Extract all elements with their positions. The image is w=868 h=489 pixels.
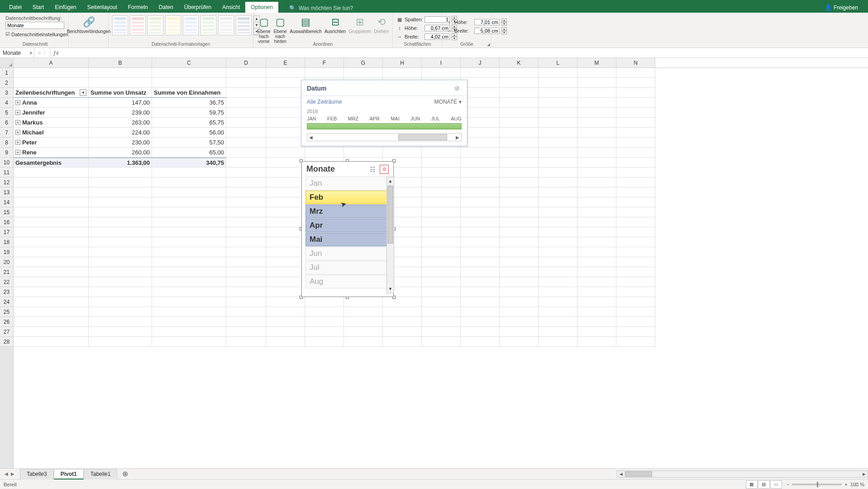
- bring-forward-button[interactable]: ▢Ebene nach vorne: [257, 15, 271, 44]
- cell[interactable]: [577, 88, 616, 98]
- cell[interactable]: [577, 148, 616, 158]
- slicer-width-spinner[interactable]: ▲▼: [501, 27, 507, 34]
- column-header-B[interactable]: B: [89, 58, 152, 67]
- cell[interactable]: [461, 287, 500, 297]
- cell[interactable]: [152, 78, 226, 88]
- cell[interactable]: [539, 158, 577, 168]
- cell[interactable]: [89, 227, 152, 237]
- cell[interactable]: [500, 217, 539, 227]
- cell[interactable]: [383, 317, 422, 327]
- expand-icon[interactable]: +: [15, 100, 20, 105]
- cell[interactable]: [14, 277, 89, 287]
- cell[interactable]: [577, 68, 616, 78]
- cell[interactable]: 1.363,00: [89, 158, 152, 168]
- slicer-item-jan[interactable]: Jan: [305, 177, 391, 190]
- cell[interactable]: [266, 197, 305, 207]
- cell[interactable]: 65,00: [152, 148, 226, 158]
- cell[interactable]: [500, 128, 539, 138]
- row-header-5[interactable]: 5: [0, 108, 13, 118]
- cell[interactable]: [89, 337, 152, 347]
- cell[interactable]: [539, 187, 577, 197]
- select-all-corner[interactable]: [0, 58, 13, 68]
- cell[interactable]: [152, 237, 226, 247]
- cell[interactable]: Zeilenbeschriftungen▾: [14, 88, 89, 98]
- cell[interactable]: [152, 287, 226, 297]
- row-header-3[interactable]: 3: [0, 88, 13, 98]
- cell[interactable]: [14, 297, 89, 307]
- cell[interactable]: [266, 267, 305, 277]
- cell[interactable]: Gesamtergebnis: [14, 158, 89, 168]
- cell[interactable]: [616, 227, 655, 237]
- cell[interactable]: [266, 148, 305, 158]
- row-header-27[interactable]: 27: [0, 327, 13, 337]
- cell[interactable]: [89, 168, 152, 177]
- cell[interactable]: [152, 207, 226, 217]
- cell[interactable]: [226, 88, 266, 98]
- cell[interactable]: [152, 247, 226, 257]
- cell[interactable]: 147,00: [89, 98, 152, 108]
- cell[interactable]: [461, 168, 500, 177]
- cell[interactable]: [616, 168, 655, 177]
- page-break-view-button[interactable]: ▭: [770, 480, 782, 489]
- cell[interactable]: [422, 177, 461, 187]
- cell[interactable]: [539, 297, 577, 307]
- cell[interactable]: [500, 88, 539, 98]
- cell[interactable]: [152, 177, 226, 187]
- row-header-11[interactable]: 11: [0, 168, 13, 177]
- cell[interactable]: [226, 237, 266, 247]
- cell[interactable]: [500, 267, 539, 277]
- cell[interactable]: [266, 108, 305, 118]
- cell[interactable]: [500, 158, 539, 168]
- cell[interactable]: [539, 78, 577, 88]
- cell[interactable]: [539, 118, 577, 128]
- cell[interactable]: [539, 257, 577, 267]
- timeline-month[interactable]: AUG: [451, 116, 462, 121]
- page-layout-view-button[interactable]: ▤: [758, 480, 770, 489]
- column-header-A[interactable]: A: [14, 58, 89, 67]
- cell[interactable]: [539, 327, 577, 337]
- cell[interactable]: [266, 207, 305, 217]
- cell[interactable]: [500, 297, 539, 307]
- cell[interactable]: [89, 317, 152, 327]
- cell[interactable]: [152, 297, 226, 307]
- cell[interactable]: [14, 177, 89, 187]
- slicer-caption-input[interactable]: [5, 22, 64, 29]
- cell[interactable]: [226, 327, 266, 337]
- cell[interactable]: 36,75: [152, 98, 226, 108]
- row-header-8[interactable]: 8: [0, 138, 13, 148]
- slicer-item-jul[interactable]: Jul: [305, 261, 391, 274]
- timeline-month[interactable]: MAI: [391, 116, 400, 121]
- ribbon-tab-einfügen[interactable]: Einfügen: [49, 2, 81, 13]
- cell[interactable]: Summe von Umsatz: [89, 88, 152, 98]
- cell[interactable]: [422, 148, 461, 158]
- cell[interactable]: [89, 277, 152, 287]
- cell[interactable]: [344, 307, 383, 317]
- cell[interactable]: 65,75: [152, 118, 226, 128]
- cell[interactable]: [383, 327, 422, 337]
- cell[interactable]: [461, 177, 500, 187]
- timeline-clear-filter-icon[interactable]: ⊘: [453, 84, 462, 93]
- cell[interactable]: [266, 317, 305, 327]
- cell[interactable]: [89, 297, 152, 307]
- name-box[interactable]: Monate: [0, 48, 34, 58]
- row-header-24[interactable]: 24: [0, 297, 13, 307]
- cell[interactable]: [616, 327, 655, 337]
- cell[interactable]: [461, 158, 500, 168]
- row-header-13[interactable]: 13: [0, 187, 13, 197]
- cell[interactable]: [616, 177, 655, 187]
- cell[interactable]: [422, 327, 461, 337]
- cell[interactable]: [266, 307, 305, 317]
- timeline-scroll-right-icon[interactable]: ▶: [454, 135, 461, 140]
- cell[interactable]: [266, 128, 305, 138]
- cell[interactable]: 263,00: [89, 118, 152, 128]
- cell[interactable]: [500, 257, 539, 267]
- cell[interactable]: [152, 327, 226, 337]
- row-header-1[interactable]: 1: [0, 68, 13, 78]
- cell[interactable]: [577, 168, 616, 177]
- cell[interactable]: [89, 68, 152, 78]
- cell[interactable]: [461, 247, 500, 257]
- cell[interactable]: [616, 197, 655, 207]
- cell[interactable]: [226, 197, 266, 207]
- cell[interactable]: [422, 68, 461, 78]
- cell[interactable]: [152, 277, 226, 287]
